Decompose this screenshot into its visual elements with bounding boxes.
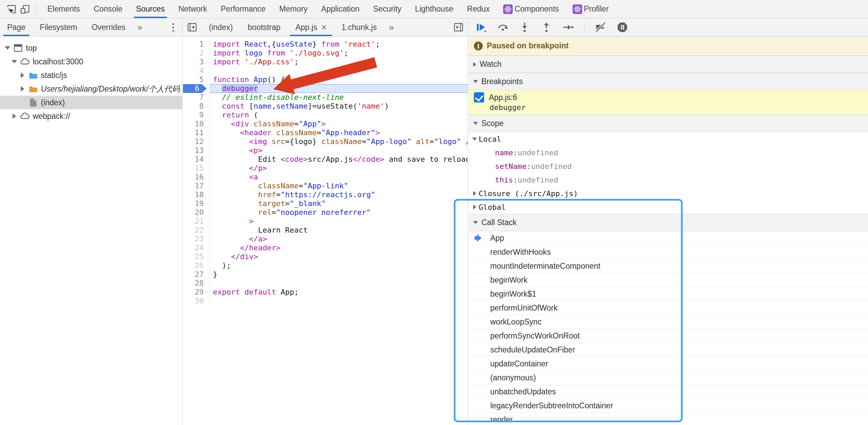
stack-frame-scheduleupdateonfiber[interactable]: scheduleUpdateOnFiber [468,343,868,357]
watch-section-header[interactable]: Watch [468,56,868,73]
tab-elements[interactable]: Elements [41,0,87,18]
step-out-icon[interactable] [541,21,552,33]
line-number[interactable]: 3 [183,58,210,66]
line-number[interactable]: 2 [183,49,210,58]
breakpoint-checkbox[interactable] [474,92,484,103]
scope-global-row[interactable]: Global [468,200,868,214]
editor-tab-1-chunk-js[interactable]: 1.chunk.js [334,18,384,36]
scope-section-header[interactable]: Scope [468,115,868,132]
line-number[interactable]: 25 [183,252,210,261]
line-number[interactable]: 4 [183,66,210,75]
chevron-right-icon[interactable] [18,73,27,78]
line-number[interactable]: 15 [183,164,210,173]
stack-frame-app[interactable]: App [468,231,868,245]
breakpoint-entry[interactable]: App.js:6 debugger [468,90,868,115]
pause-on-exceptions-icon[interactable] [617,21,628,33]
scope-variable-name[interactable]: name: undefined [468,146,868,159]
line-number[interactable]: 30 [183,297,210,305]
call-stack-section-header[interactable]: Call Stack [468,214,868,231]
editor-tab-index[interactable]: (index) [201,18,240,36]
tab-performance[interactable]: Performance [214,0,273,18]
line-number[interactable]: 1 [183,40,210,49]
show-debugger-sidebar-icon[interactable] [453,22,464,32]
navigator-tab-filesystem[interactable]: Filesystem [33,18,84,36]
tab-network[interactable]: Network [172,0,214,18]
scope-variable-setname[interactable]: setName: undefined [468,159,868,173]
tab-security[interactable]: Security [366,0,408,18]
line-number[interactable]: 28 [183,279,210,288]
navigator-tab-overrides[interactable]: Overrides [84,18,133,36]
navigator-tab-page[interactable]: Page [0,18,33,36]
tree-item-static-js[interactable]: static/js [0,68,182,82]
tree-item-top[interactable]: top [0,41,182,55]
line-number[interactable]: 29 [183,288,210,297]
stack-frame-renderwithhooks[interactable]: renderWithHooks [468,245,868,259]
line-number[interactable]: 10 [183,120,210,128]
code-editor[interactable]: 1import React,{useState} from 'react';2i… [183,36,468,305]
chevron-right-icon[interactable] [18,86,27,92]
tab-redux[interactable]: Redux [460,0,496,18]
line-number[interactable]: 13 [183,146,210,155]
line-number[interactable]: 16 [183,173,210,182]
execution-line-marker[interactable]: 6 [183,84,210,93]
stack-frame-anonymous[interactable]: (anonymous) [468,371,868,385]
navigator-more-tabs-chevron[interactable]: » [133,22,147,33]
stack-frame-workloopsync[interactable]: workLoopSync [468,315,868,329]
hide-navigator-icon[interactable] [187,22,197,32]
line-number[interactable]: 19 [183,199,210,208]
step-into-icon[interactable] [519,21,530,33]
line-number[interactable]: 21 [183,217,210,226]
line-number[interactable]: 14 [183,155,210,164]
line-number[interactable]: 27 [183,270,210,279]
scope-variable-this[interactable]: this: undefined [468,173,868,187]
line-number[interactable]: 20 [183,208,210,217]
editor-more-tabs-chevron[interactable]: » [384,22,399,33]
chevron-down-icon[interactable] [10,60,18,63]
line-number[interactable]: 22 [183,226,210,235]
line-number[interactable]: 18 [183,190,210,199]
device-toolbar-icon[interactable] [18,2,32,16]
tab-components[interactable]: Components [496,0,565,18]
tab-sources[interactable]: Sources [129,0,171,18]
close-icon[interactable]: × [321,22,326,33]
stack-frame-performsyncworkonroot[interactable]: performSyncWorkOnRoot [468,329,868,343]
line-number[interactable]: 9 [183,111,210,120]
line-number[interactable]: 8 [183,102,210,111]
editor-tab-app-js[interactable]: App.js× [288,18,334,36]
scope-local-row[interactable]: Local [468,132,868,146]
chevron-down-icon[interactable] [3,46,12,50]
tree-item-users-hejialiang-desktop-work[interactable]: Users/hejialiang/Desktop/work/个人代码 [0,82,182,96]
scope-closure-row[interactable]: Closure (./src/App.js) [468,187,868,200]
stack-frame-beginwork-1[interactable]: beginWork$1 [468,287,868,301]
breakpoints-section-header[interactable]: Breakpoints [468,73,868,90]
stack-frame-render[interactable]: render [468,413,868,425]
deactivate-breakpoints-icon[interactable] [595,21,606,33]
tab-application[interactable]: Application [314,0,367,18]
stack-frame-updatecontainer[interactable]: updateContainer [468,357,868,371]
stack-frame-legacyrendersubtreeintocontainer[interactable]: legacyRenderSubtreeIntoContainer [468,399,868,413]
stack-frame-beginwork[interactable]: beginWork [468,273,868,287]
line-number[interactable]: 24 [183,243,210,252]
line-number[interactable]: 23 [183,235,210,243]
tree-item-webpack[interactable]: webpack:// [0,109,182,123]
line-number[interactable]: 11 [183,128,210,137]
stack-frame-performunitofwork[interactable]: performUnitOfWork [468,301,868,315]
navigator-menu-kebab-icon[interactable] [170,21,176,34]
line-number[interactable]: 26 [183,261,210,270]
tab-profiler[interactable]: Profiler [566,0,616,18]
editor-tab-bootstrap[interactable]: bootstrap [240,18,288,36]
line-number[interactable]: 17 [183,182,210,190]
tab-console[interactable]: Console [87,0,129,18]
tab-lighthouse[interactable]: Lighthouse [408,0,460,18]
stack-frame-mountindeterminatecomponent[interactable]: mountIndeterminateComponent [468,259,868,273]
step-over-icon[interactable] [497,21,509,33]
resume-icon[interactable] [475,21,487,33]
step-icon[interactable] [562,21,574,33]
stack-frame-unbatchedupdates[interactable]: unbatchedUpdates [468,385,868,399]
chevron-right-icon[interactable] [10,113,18,119]
tree-item-localhost-3000[interactable]: localhost:3000 [0,55,182,68]
tree-item-index[interactable]: (index) [0,96,182,109]
line-number[interactable]: 12 [183,137,210,146]
line-number[interactable]: 5 [183,75,210,84]
inspect-element-icon[interactable] [5,2,18,16]
